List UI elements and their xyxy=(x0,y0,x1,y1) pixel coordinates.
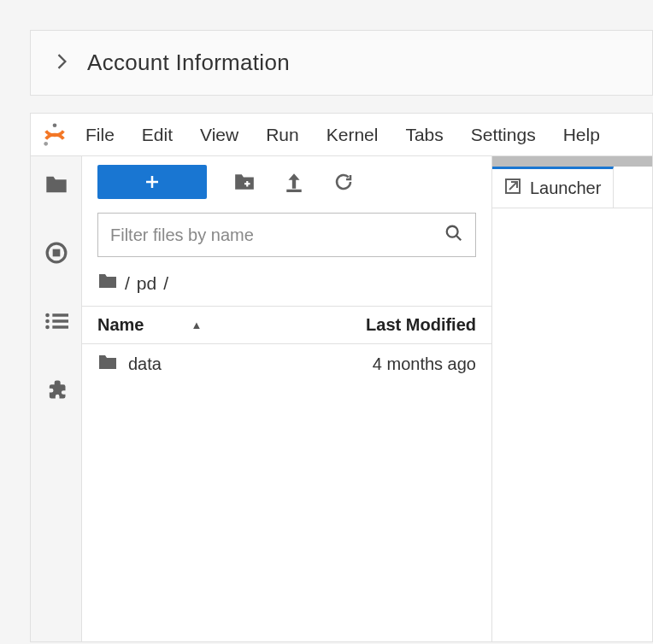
tab-launcher[interactable]: Launcher xyxy=(492,167,614,208)
new-launcher-button[interactable] xyxy=(97,165,207,199)
main-area: / pd / Name ▲ Last Modified data xyxy=(31,156,652,641)
column-modified-label: Last Modified xyxy=(366,315,476,334)
file-browser-toolbar xyxy=(82,156,491,206)
column-modified[interactable]: Last Modified xyxy=(253,315,491,335)
menu-help[interactable]: Help xyxy=(550,114,614,156)
svg-rect-3 xyxy=(52,249,60,257)
file-list-header: Name ▲ Last Modified xyxy=(82,307,491,344)
account-header[interactable]: Account Information xyxy=(30,30,653,96)
file-browser-tab-icon[interactable] xyxy=(44,172,69,197)
filter-box[interactable] xyxy=(97,213,476,257)
content-area: Launcher xyxy=(492,156,652,641)
svg-rect-5 xyxy=(52,313,68,317)
menu-tabs[interactable]: Tabs xyxy=(391,114,456,156)
menu-settings[interactable]: Settings xyxy=(457,114,550,156)
breadcrumb[interactable]: / pd / xyxy=(82,266,491,307)
tab-bar: Launcher xyxy=(492,167,652,208)
menu-kernel[interactable]: Kernel xyxy=(313,114,392,156)
breadcrumb-sep: / xyxy=(125,273,130,294)
extensions-tab-icon[interactable] xyxy=(44,377,69,402)
refresh-icon[interactable] xyxy=(332,170,356,194)
svg-point-1 xyxy=(44,141,48,145)
svg-rect-9 xyxy=(52,325,68,329)
column-name-label: Name xyxy=(97,315,144,335)
svg-point-11 xyxy=(447,226,458,237)
svg-point-6 xyxy=(45,319,50,324)
file-browser: / pd / Name ▲ Last Modified data xyxy=(82,156,492,641)
svg-point-0 xyxy=(53,123,57,127)
tab-label: Launcher xyxy=(530,179,601,198)
folder-icon xyxy=(97,272,118,294)
svg-point-4 xyxy=(45,313,50,318)
filter-input[interactable] xyxy=(110,225,444,245)
launch-icon xyxy=(504,178,521,199)
jupyter-logo-icon[interactable] xyxy=(38,122,72,148)
svg-rect-7 xyxy=(52,319,68,323)
account-title: Account Information xyxy=(87,50,290,76)
column-name[interactable]: Name ▲ xyxy=(82,315,253,335)
chevron-right-icon xyxy=(56,54,68,73)
item-name: data xyxy=(128,354,162,374)
folder-icon xyxy=(97,354,118,375)
activity-bar xyxy=(31,156,82,641)
new-folder-icon[interactable] xyxy=(232,170,256,194)
upload-icon[interactable] xyxy=(282,170,306,194)
item-modified: 4 months ago xyxy=(253,354,491,374)
breadcrumb-sep: / xyxy=(163,273,168,294)
menubar: File Edit View Run Kernel Tabs Settings … xyxy=(31,114,652,156)
list-item[interactable]: data 4 months ago xyxy=(82,344,491,383)
toc-tab-icon[interactable] xyxy=(44,308,69,334)
menu-file[interactable]: File xyxy=(72,114,128,156)
filter-row xyxy=(82,206,491,266)
breadcrumb-part[interactable]: pd xyxy=(137,273,156,294)
menu-edit[interactable]: Edit xyxy=(128,114,186,156)
tab-strip-handle[interactable] xyxy=(492,156,652,167)
menu-view[interactable]: View xyxy=(186,114,252,156)
svg-rect-10 xyxy=(286,190,301,192)
sort-asc-icon: ▲ xyxy=(191,319,202,331)
running-sessions-tab-icon[interactable] xyxy=(44,240,69,266)
jupyter-app: File Edit View Run Kernel Tabs Settings … xyxy=(30,113,653,642)
svg-point-8 xyxy=(45,325,50,330)
menu-run[interactable]: Run xyxy=(252,114,313,156)
search-icon xyxy=(444,224,463,246)
